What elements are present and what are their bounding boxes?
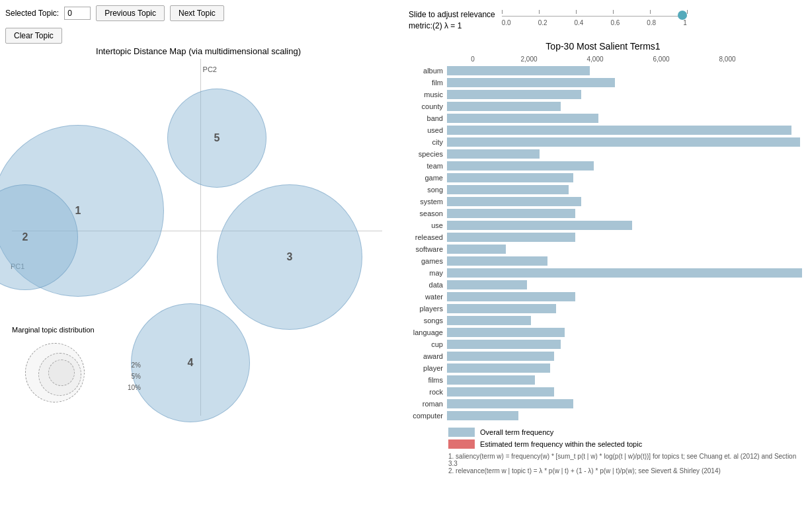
table-row: use <box>402 220 804 231</box>
bar-term-label: may <box>402 269 447 277</box>
bar-track <box>447 78 804 87</box>
slider-ticks: 0.0 0.2 0.4 0.6 0.8 1 <box>502 14 797 26</box>
bar-term-label: computer <box>402 412 447 420</box>
tick-02 <box>539 10 540 14</box>
bar-track <box>447 102 804 111</box>
bar-track <box>447 233 804 242</box>
bar-term-label: used <box>402 126 447 134</box>
bar-track <box>447 209 804 218</box>
bar-fill <box>447 90 581 99</box>
bar-term-label: song <box>402 186 447 194</box>
table-row: county <box>402 101 804 112</box>
bar-track <box>447 221 804 230</box>
slider-label-line2: metric:(2) λ = 1 <box>409 20 495 32</box>
marginal-label-5pct: 5% <box>132 373 141 380</box>
next-topic-button[interactable]: Next Topic <box>170 5 224 21</box>
footnote-1: 1. saliency(term w) = frequency(w) * [su… <box>448 453 804 467</box>
bar-fill <box>447 387 554 397</box>
bar-track <box>447 280 804 289</box>
table-row: species <box>402 149 804 159</box>
bar-track <box>447 245 804 254</box>
table-row: award <box>402 351 804 361</box>
slider-track[interactable] <box>502 14 687 18</box>
x-axis-labels: 0 2,000 4,000 6,000 8,000 <box>450 56 804 63</box>
tick-label-08: 0.8 <box>647 19 656 26</box>
clear-topic-button[interactable]: Clear Topic <box>5 28 62 44</box>
bar-fill <box>447 340 561 349</box>
topic-input[interactable] <box>64 7 91 20</box>
bar-fill <box>447 149 540 159</box>
bar-chart: albumfilmmusiccountybandusedcityspeciest… <box>402 65 804 421</box>
bar-track <box>447 161 804 171</box>
table-row: city <box>402 137 804 147</box>
bar-term-label: released <box>402 233 447 241</box>
bar-fill <box>447 316 531 325</box>
table-row: system <box>402 196 804 207</box>
bar-term-label: player <box>402 364 447 372</box>
legend-estimated: Estimated term frequency within the sele… <box>448 439 804 449</box>
legend-overall: Overall term frequency <box>448 428 804 437</box>
table-row: films <box>402 375 804 385</box>
table-row: may <box>402 268 804 278</box>
bar-fill <box>447 304 556 313</box>
slider-thumb[interactable] <box>678 11 687 20</box>
bar-term-label: water <box>402 293 447 301</box>
map-title: Intertopic Distance Map (via multidimens… <box>5 46 391 56</box>
x-label-2000: 2,000 <box>496 56 562 63</box>
slider-label-line1: Slide to adjust relevance <box>409 9 495 20</box>
bar-track <box>447 137 804 147</box>
tick-06 <box>613 10 614 14</box>
table-row: album <box>402 65 804 76</box>
bar-term-label: games <box>402 257 447 265</box>
bar-term-label: use <box>402 221 447 229</box>
bar-fill <box>447 78 615 87</box>
bar-track <box>447 292 804 301</box>
bar-term-label: music <box>402 91 447 98</box>
bar-track <box>447 363 804 373</box>
bar-track <box>447 197 804 206</box>
tick-label-06: 0.6 <box>610 19 620 26</box>
bar-fill <box>447 292 575 301</box>
marginal-chart: 2% 5% 10% <box>12 336 144 409</box>
prev-topic-button[interactable]: Previous Topic <box>96 5 165 21</box>
bar-fill <box>447 245 506 254</box>
bar-track <box>447 411 804 420</box>
topic-circle-4[interactable]: 4 <box>131 303 250 422</box>
table-row: games <box>402 256 804 266</box>
chart-title: Top-30 Most Salient Terms1 <box>402 41 804 52</box>
bar-track <box>447 328 804 337</box>
bar-term-label: city <box>402 138 447 146</box>
bar-fill <box>447 221 632 230</box>
bar-fill <box>447 352 554 361</box>
selected-topic-label: Selected Topic: <box>5 9 59 18</box>
x-label-4000: 4,000 <box>562 56 628 63</box>
topic-circle-3[interactable]: 3 <box>217 184 362 330</box>
bar-fill <box>447 137 800 147</box>
bar-fill <box>447 268 802 278</box>
bar-fill <box>447 173 573 182</box>
bar-term-label: songs <box>402 317 447 324</box>
table-row: player <box>402 363 804 373</box>
bar-track <box>447 185 804 194</box>
slider-description: Slide to adjust relevance metric:(2) λ =… <box>409 9 495 32</box>
bar-fill <box>447 102 561 111</box>
bar-term-label: cup <box>402 340 447 348</box>
bar-track <box>447 173 804 182</box>
bar-track <box>447 66 804 75</box>
table-row: language <box>402 327 804 338</box>
marginal-label-2pct: 2% <box>132 361 141 369</box>
bar-term-label: team <box>402 162 447 170</box>
bar-fill <box>447 280 527 289</box>
bar-term-label: species <box>402 150 447 158</box>
topic-circle-5[interactable]: 5 <box>167 89 266 188</box>
slider-wrapper: 0.0 0.2 0.4 0.6 0.8 1 <box>502 14 797 26</box>
tick-label-04: 0.4 <box>575 19 584 26</box>
legend: Overall term frequency Estimated term fr… <box>448 428 804 449</box>
bar-term-label: award <box>402 352 447 360</box>
table-row: song <box>402 184 804 195</box>
footnotes: 1. saliency(term w) = frequency(w) * [su… <box>448 453 804 475</box>
table-row: songs <box>402 315 804 326</box>
bar-track <box>447 90 804 99</box>
bar-fill <box>447 185 569 194</box>
bar-track <box>447 126 804 135</box>
